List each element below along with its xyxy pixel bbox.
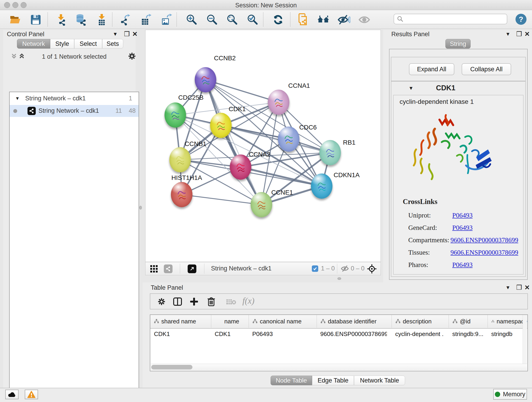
export-table-icon[interactable] (139, 13, 152, 26)
string-home-icon[interactable] (317, 13, 330, 26)
graph-node-ccna2[interactable] (230, 154, 251, 180)
table-panel-float-icon[interactable]: ❒ (516, 284, 522, 291)
control-panel-menu-icon[interactable]: ▼ (113, 31, 118, 37)
protein-thumbnail-icon (176, 189, 187, 202)
crosslinks-title: CrossLinks (403, 198, 437, 206)
export-image-icon[interactable] (160, 13, 173, 26)
import-network-icon[interactable] (55, 13, 68, 26)
crosslink-label: Pharos: (408, 261, 452, 269)
cloud-button[interactable] (5, 390, 19, 399)
expand-all-icon[interactable] (19, 53, 25, 61)
zoom-out-icon[interactable] (206, 13, 219, 26)
refresh-icon[interactable] (272, 13, 285, 26)
warning-button[interactable] (25, 390, 38, 399)
import-table-icon[interactable] (95, 13, 108, 26)
collapse-all-button[interactable]: Collapse All (462, 63, 511, 75)
footer-separator (180, 264, 180, 274)
duplicate-network-icon[interactable] (297, 13, 310, 26)
control-panel-float-icon[interactable]: ❒ (124, 30, 130, 38)
tree-expander-icon[interactable]: ▼ (15, 96, 20, 101)
delete-column-icon[interactable] (207, 297, 216, 307)
tab-node-table[interactable]: Node Table (271, 376, 312, 385)
open-in-browser-icon[interactable] (188, 264, 196, 273)
column-header-shared-name[interactable]: shared name (150, 315, 211, 328)
gear-icon[interactable] (128, 52, 136, 61)
results-panel-float-icon[interactable]: ❒ (516, 30, 522, 38)
expand-all-button[interactable]: Expand All (409, 63, 454, 75)
column-header-namespace[interactable]: namespace (488, 315, 527, 328)
crosslink-row: Tissues:9606.ENSP00000378699 (408, 246, 518, 259)
crosslink-value-link[interactable]: P06493 (452, 261, 473, 269)
tab-string[interactable]: String (445, 39, 471, 49)
zoom-selected-icon[interactable] (246, 13, 259, 26)
crosslink-label: GeneCard: (408, 224, 452, 231)
grid-view-icon[interactable] (150, 264, 158, 274)
graph-node-hist1h1a[interactable] (171, 182, 192, 207)
node-label-hist1h1a: HIST1H1A (171, 174, 202, 182)
zoom-fit-icon[interactable] (226, 13, 239, 26)
import-network-database-icon[interactable] (75, 13, 88, 26)
results-panel-close-icon[interactable]: ✕ (525, 30, 530, 38)
hide-selected-icon[interactable] (337, 13, 350, 26)
help-icon[interactable]: ? (515, 14, 526, 25)
crosslink-value-link[interactable]: P06493 (452, 211, 473, 219)
table-gear-icon[interactable] (157, 297, 166, 307)
graph-node-ccne1[interactable] (251, 192, 272, 217)
graph-node-ccna1[interactable] (268, 89, 289, 115)
table-horizontal-scrollbar[interactable] (151, 364, 527, 370)
show-columns-icon[interactable] (173, 297, 182, 307)
table-panel-close-icon[interactable]: ✕ (525, 284, 530, 291)
export-network-icon[interactable] (119, 13, 131, 26)
graph-node-cdc6[interactable] (278, 127, 299, 152)
node-label-ccna1: CCNA1 (288, 82, 310, 89)
graph-node-rb1[interactable] (319, 140, 341, 165)
toolbar-separator (263, 12, 264, 27)
save-session-icon[interactable] (29, 13, 42, 26)
network-row[interactable]: String Network – cdk1 11 48 (10, 105, 139, 117)
column-header-name[interactable]: name (211, 315, 249, 328)
search-icon (397, 16, 404, 22)
table-panel-menu-icon[interactable]: ▼ (505, 285, 510, 291)
graph-node-cdk1[interactable] (210, 113, 232, 138)
table-cell: 9606.ENSP00000378699 (317, 331, 387, 338)
open-session-icon[interactable] (9, 13, 22, 26)
bottom-splitter-handle[interactable] (337, 277, 341, 280)
zoom-in-icon[interactable] (185, 13, 198, 26)
node-label-cdk1: CDK1 (229, 105, 246, 113)
control-panel-close-icon[interactable]: ✕ (132, 30, 138, 38)
collapse-all-icon[interactable] (11, 53, 17, 61)
search-input[interactable] (394, 14, 507, 24)
tab-sets[interactable]: Sets (102, 39, 123, 49)
crosslink-value-link[interactable]: P06493 (452, 224, 473, 231)
graph-node-ccnb1[interactable] (169, 147, 191, 172)
tab-select[interactable]: Select (74, 39, 102, 49)
section-expander-icon[interactable]: ▼ (409, 85, 413, 91)
graph-node-cdc25b[interactable] (165, 102, 186, 128)
table-cell: CDK1 (211, 331, 244, 338)
column-header-@id[interactable]: @id (449, 315, 488, 328)
table-vertical-scrollbar[interactable] (523, 315, 527, 364)
crosslink-value-link[interactable]: 9606.ENSP00000378699 (450, 249, 518, 256)
add-column-icon[interactable] (189, 297, 199, 307)
tab-network[interactable]: Network (17, 39, 50, 49)
tab-edge-table[interactable]: Edge Table (312, 376, 354, 385)
crosshair-icon[interactable] (367, 264, 377, 275)
graph-node-cdkn1a[interactable] (311, 173, 332, 199)
selected-checkbox-icon[interactable] (312, 265, 318, 272)
graph-node-ccnb2[interactable] (195, 67, 216, 92)
tab-network-table[interactable]: Network Table (354, 376, 405, 385)
delete-table-icon (226, 298, 236, 306)
tab-style[interactable]: Style (50, 39, 74, 49)
column-header-description[interactable]: description (392, 315, 449, 328)
column-header-canonical-name[interactable]: canonical name (249, 315, 317, 328)
scrollbar-thumb[interactable] (151, 365, 192, 370)
network-birdseye-icon[interactable] (164, 264, 172, 273)
table-row[interactable]: CDK1CDK1P064939606.ENSP00000378699cyclin… (150, 329, 527, 339)
column-header-database-identifier[interactable]: database identifier (317, 315, 392, 328)
results-panel-menu-icon[interactable]: ▼ (505, 31, 510, 37)
crosslink-value-link[interactable]: 9606.ENSP00000378699 (450, 236, 518, 244)
table-toolbar: f(x) (150, 293, 528, 309)
memory-button[interactable]: Memory (493, 389, 527, 400)
node-label-rb1: RB1 (343, 139, 355, 146)
network-collection-row[interactable]: ▼ String Network – cdk1 1 (10, 94, 139, 104)
